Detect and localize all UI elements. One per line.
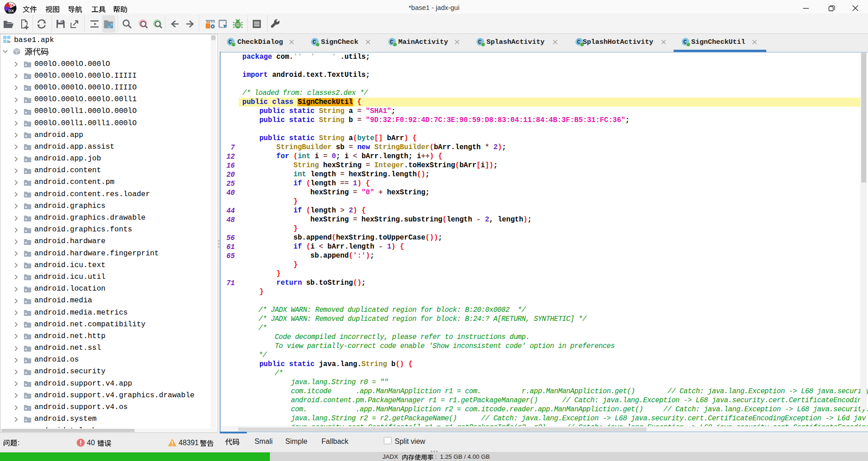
svg-text:DX: DX — [9, 9, 14, 13]
svg-text:JA: JA — [9, 3, 14, 8]
